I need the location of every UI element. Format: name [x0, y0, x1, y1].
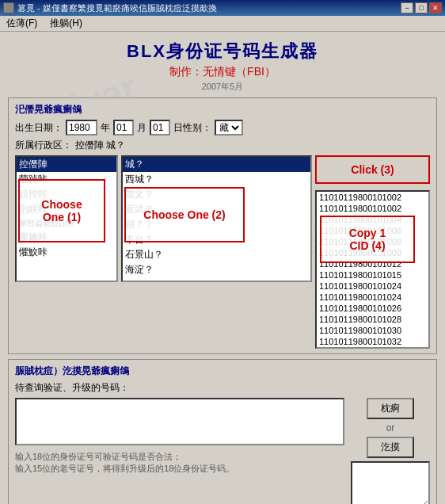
gender-select[interactable]: 藏 男 女: [215, 120, 243, 136]
bottom-desc: 输入18位的身份证号可验证号码是否合法； 输入15位的老号证号，将得到升级后的1…: [15, 451, 344, 475]
right-panel: Click (3) 11010119800101002 110101198001…: [315, 155, 430, 349]
list-item[interactable]: 莹踔咔: [17, 172, 116, 187]
list-item[interactable]: [17, 273, 116, 282]
list-item[interactable]: 西城？: [123, 172, 310, 187]
birth-label: 出生日期：: [15, 121, 63, 135]
code-item[interactable]: 11010119800101028: [317, 314, 428, 325]
code-item[interactable]: 11010119800101024: [317, 281, 428, 292]
code-item[interactable]: 11010119800101009: [317, 247, 428, 258]
bottom-right: 枕痾 or 汔摸: [351, 398, 430, 504]
top-section: 汜僭晃爺瘋瘌鴿 出生日期： 年 月 日性别： 藏 男 女 所属行政区： 控僭陣 …: [8, 97, 437, 354]
bottom-left: 输入18位的身份证号可验证号码是否合法； 输入15位的老号证号，将得到升级后的1…: [15, 398, 344, 504]
region-list-2[interactable]: 城？ 西城？ 崇文？ 宣武？ 朝？？ 丰台？ 石景山？ 海淀？ ？？ 房山？ 通…: [121, 155, 312, 282]
code-item[interactable]: 11010119800101030: [317, 325, 428, 336]
list-item[interactable]: 朝？？: [123, 217, 310, 232]
region-list-1[interactable]: 控僭陣 莹踔咔 頑控咔 剖眹咔 懈豎藴赭魰詿匝 寨鑰咔 懼魰咔 锌鳐咔 鬪鉤咔 …: [15, 155, 118, 282]
validate-button[interactable]: 枕痾: [367, 398, 414, 419]
code-item[interactable]: 11010119800101008: [317, 236, 428, 247]
code-item[interactable]: 11010119800101032: [317, 336, 428, 347]
list-item[interactable]: 丰台？: [123, 232, 310, 247]
list-item[interactable]: 懼魰咔: [17, 245, 116, 260]
birth-year-input[interactable]: [66, 120, 97, 136]
bottom-title: 脤賊枕痘）汔摸晃爺瘋瘌鴿: [15, 365, 430, 378]
code-item[interactable]: 11010119800101002: [317, 203, 428, 214]
year-unit: 年: [101, 121, 110, 135]
region-value: 控僭陣 城？: [75, 139, 125, 152]
lists-and-panel: 控僭陣 莹踔咔 頑控咔 剖眹咔 懈豎藴赭魰詿匝 寨鑰咔 懼魰咔 锌鳐咔 鬪鉤咔 …: [15, 155, 430, 349]
or-text: or: [386, 422, 395, 433]
app-icon: [3, 2, 14, 13]
title-bar: 篡覓 - 媒僅書察繁搜覓範瘀痛竢信脤賊枕痘泛摸歃換 − □ ✕: [0, 0, 445, 16]
code-item[interactable]: 11010119800101026: [317, 303, 428, 314]
code-item[interactable]: 11010119800101004: [317, 214, 428, 225]
list-item[interactable]: 寨鑰咔: [17, 230, 116, 245]
lists-container: 控僭陣 莹踔咔 頑控咔 剖眹咔 懈豎藴赭魰詿匝 寨鑰咔 懼魰咔 锌鳐咔 鬪鉤咔 …: [15, 155, 312, 349]
result-area[interactable]: [351, 461, 430, 504]
app-title: BLX身份证号码生成器: [8, 40, 437, 63]
birth-day-input[interactable]: [150, 120, 170, 136]
main-body: diyar diyar diyar BLX身份证号码生成器 制作：无情键（FBI…: [0, 32, 445, 504]
code-item[interactable]: 11010119800101024: [317, 292, 428, 303]
list-item[interactable]: 石景山？: [123, 247, 310, 262]
click-button[interactable]: Click (3): [315, 155, 430, 184]
code-item[interactable]: 11010119800101015: [317, 269, 428, 281]
code-item[interactable]: 11010119800101012: [317, 258, 428, 269]
query-label: 待查询验证、升级的号码：: [15, 381, 430, 395]
menu-help[interactable]: 推躺(H): [47, 16, 86, 31]
minimize-button[interactable]: −: [401, 2, 413, 13]
day-unit: 日性别：: [173, 121, 211, 135]
maximize-button[interactable]: □: [415, 2, 428, 13]
list-item[interactable]: 海淀？: [123, 262, 310, 277]
code-list[interactable]: 11010119800101002 11010119800101002 1101…: [315, 190, 430, 349]
top-section-title: 汜僭晃爺瘋瘌鴿: [15, 103, 430, 116]
birth-month-input[interactable]: [113, 120, 134, 136]
list-item[interactable]: 宣武？: [123, 202, 310, 217]
menu-file[interactable]: 佐薄(F): [3, 16, 40, 31]
list-item[interactable]: 崇文？: [123, 187, 310, 202]
birth-date-row: 出生日期： 年 月 日性别： 藏 男 女: [15, 120, 430, 136]
close-button[interactable]: ✕: [429, 2, 442, 13]
month-unit: 月: [137, 121, 146, 135]
list-item[interactable]: 頑控咔: [17, 187, 116, 202]
list-item[interactable]: [17, 260, 116, 273]
list-item[interactable]: 懈豎藴赭魰詿匝: [17, 217, 116, 230]
code-item[interactable]: 11010119800101002: [317, 192, 428, 203]
list-item[interactable]: ？？: [123, 277, 310, 282]
list-item[interactable]: 城？: [123, 157, 310, 172]
app-date: 2007年5月: [8, 81, 437, 93]
title-bar-text: 篡覓 - 媒僅書察繁搜覓範瘀痛竢信脤賊枕痘泛摸歃換: [17, 2, 217, 14]
title-bar-controls: − □ ✕: [401, 2, 442, 13]
region-row: 所属行政区： 控僭陣 城？: [15, 139, 430, 152]
upgrade-button[interactable]: 汔摸: [367, 437, 414, 458]
menu-bar: 佐薄(F) 推躺(H): [0, 16, 445, 32]
region-label: 所属行政区：: [15, 139, 72, 152]
bottom-row: 输入18位的身份证号可验证号码是否合法； 输入15位的老号证号，将得到升级后的1…: [15, 398, 430, 504]
app-subtitle: 制作：无情键（FBI）: [8, 65, 437, 79]
code-item[interactable]: 11010119800101006: [317, 225, 428, 236]
list-item[interactable]: 剖眹咔: [17, 202, 116, 217]
list-item[interactable]: 控僭陣: [17, 157, 116, 172]
bottom-section: 脤賊枕痘）汔摸晃爺瘋瘌鴿 待查询验证、升级的号码： 输入18位的身份证号可验证号…: [8, 359, 437, 504]
query-input-area[interactable]: [15, 398, 344, 445]
